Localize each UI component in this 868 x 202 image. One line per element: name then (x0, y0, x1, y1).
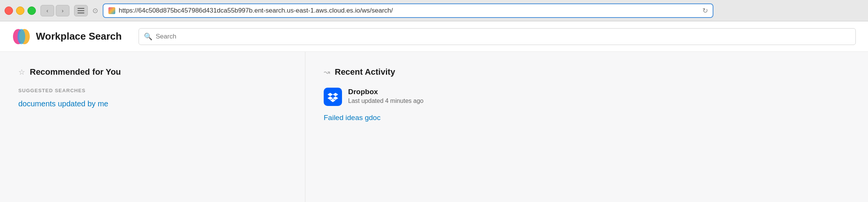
maximize-button[interactable] (27, 6, 36, 15)
app-logo: Workplace Search (12, 27, 122, 46)
main-content: ☆ Recommended for You SUGGESTED SEARCHES… (0, 52, 868, 202)
nav-buttons: ‹ › (40, 5, 69, 16)
dropbox-app-icon (324, 88, 342, 106)
header-search-area: 🔍 (139, 28, 856, 45)
failed-ideas-link[interactable]: Failed ideas gdoc (324, 114, 381, 122)
app-content: Workplace Search 🔍 ☆ Recommended for You… (0, 21, 868, 202)
dropbox-title: Dropbox (348, 88, 423, 96)
forward-button[interactable]: › (56, 5, 69, 16)
svg-point-5 (18, 29, 25, 44)
suggested-search-link[interactable]: documents updated by me (18, 99, 108, 108)
svg-rect-2 (77, 13, 84, 13)
traffic-lights (5, 6, 36, 15)
minimize-button[interactable] (16, 6, 24, 15)
activity-section-heading: ↝ Recent Activity (324, 67, 850, 77)
app-logo-icon (12, 27, 31, 46)
svg-rect-1 (77, 10, 84, 11)
search-icon: 🔍 (144, 32, 152, 41)
dropbox-subtitle: Last updated 4 minutes ago (348, 98, 423, 104)
suggested-searches-label: SUGGESTED SEARCHES (18, 88, 287, 93)
url-text: https://64c508d875bc457986d431dca55b997b… (119, 7, 699, 14)
lock-icon: ⊙ (92, 6, 98, 15)
activity-section-title: Recent Activity (335, 67, 395, 77)
svg-rect-0 (77, 8, 84, 9)
close-button[interactable] (5, 6, 13, 15)
left-panel: ☆ Recommended for You SUGGESTED SEARCHES… (0, 52, 305, 202)
app-header: Workplace Search 🔍 (0, 21, 868, 52)
recommended-section-title: Recommended for You (30, 67, 121, 77)
app-title: Workplace Search (36, 30, 122, 42)
search-input[interactable] (139, 28, 856, 45)
back-button[interactable]: ‹ (40, 5, 54, 16)
sidebar-toggle-button[interactable] (74, 5, 88, 16)
dropbox-activity-info: Dropbox Last updated 4 minutes ago (348, 88, 423, 104)
recommended-section-heading: ☆ Recommended for You (18, 67, 287, 77)
star-icon: ☆ (18, 67, 25, 77)
reload-button[interactable]: ↻ (702, 6, 708, 15)
activity-icon: ↝ (324, 67, 330, 77)
favicon (108, 7, 116, 14)
browser-chrome: ‹ › ⊙ https://64c508d875bc457986d431dca5… (0, 0, 868, 21)
activity-item-dropbox: Dropbox Last updated 4 minutes ago (324, 88, 850, 106)
address-bar[interactable]: https://64c508d875bc457986d431dca55b997b… (103, 3, 713, 18)
right-panel: ↝ Recent Activity Dropbox Last updated 4… (305, 52, 868, 202)
